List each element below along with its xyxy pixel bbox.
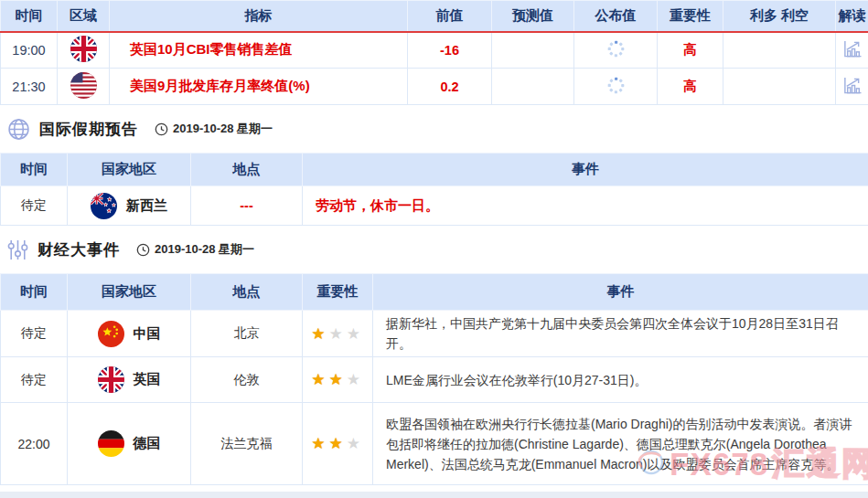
event-row: 待定英国伦敦★★★LME金属行业会议在伦敦举行(10月27-31日)。	[1, 357, 868, 403]
star-empty-icon: ★	[347, 435, 364, 452]
flag-nz-icon	[91, 193, 117, 219]
location: 法兰克福	[191, 403, 303, 485]
column-header: 预测值	[492, 1, 574, 32]
column-header: 地点	[191, 154, 303, 186]
event-time: 21:30	[1, 69, 58, 105]
column-header: 利多 利空	[723, 1, 836, 32]
event-row: 待定中国北京★★★据新华社，中国共产党第十九届中央委员会第四次全体会议于10月2…	[1, 311, 868, 357]
column-header: 事件	[303, 154, 868, 186]
sliders-icon	[7, 238, 28, 261]
previous-value: 0.2	[408, 69, 492, 105]
country-name: 中国	[134, 325, 161, 343]
interpret-chart-button[interactable]	[841, 76, 863, 95]
country-name: 新西兰	[126, 197, 167, 215]
holiday-section-title: 国际假期预告	[39, 119, 138, 140]
column-header: 事件	[373, 274, 868, 311]
star-empty-icon: ★	[347, 371, 364, 388]
importance-stars: ★★★	[303, 357, 373, 403]
flag-cn-icon	[98, 321, 124, 347]
location: 北京	[191, 311, 303, 357]
interpret-cell	[836, 69, 868, 105]
clock-icon	[136, 243, 150, 257]
event-description: 欧盟各国领袖在欧洲央行行长德拉基(Mario Draghi)的告别活动中发表演说…	[373, 403, 868, 485]
event-row: 22:00德国法兰克福★★★欧盟各国领袖在欧洲央行行长德拉基(Mario Dra…	[1, 403, 868, 485]
calendar-row: 19:00英国10月CBI零售销售差值-16高	[1, 32, 868, 69]
holiday-header-row: 时间国家地区地点事件	[1, 154, 868, 186]
importance-stars: ★★★	[303, 311, 373, 357]
event-description: LME金属行业会议在伦敦举行(10月27-31日)。	[373, 357, 868, 403]
forecast-value	[492, 32, 574, 69]
column-header: 时间	[1, 274, 68, 311]
indicator-name: 英国10月CBI零售销售差值	[110, 32, 408, 69]
column-header: 指标	[110, 1, 408, 32]
holiday-row: 待定新西兰---劳动节，休市一日。	[1, 186, 868, 226]
page-background-strip	[0, 492, 868, 498]
clock-icon	[155, 122, 168, 136]
star-empty-icon: ★	[328, 325, 346, 343]
economic-calendar-table: 时间区域指标前值预测值公布值重要性利多 利空解读 19:00英国10月CBI零售…	[0, 0, 868, 105]
event-time: 19:00	[1, 32, 58, 69]
column-header: 解读	[836, 1, 868, 32]
importance-level: 高	[658, 32, 723, 69]
star-filled-icon: ★	[311, 371, 328, 388]
event-time: 待定	[1, 186, 68, 226]
column-header: 重要性	[658, 1, 723, 32]
bull-bear-value	[723, 69, 836, 105]
forecast-value	[492, 69, 574, 105]
holiday-date-text: 2019-10-28 星期一	[173, 121, 273, 137]
holiday-section-date: 2019-10-28 星期一	[155, 121, 273, 137]
events-section-header: 财经大事件 2019-10-28 星期一	[0, 226, 868, 273]
flag-de-icon	[98, 430, 124, 457]
importance-stars: ★★★	[303, 403, 373, 485]
column-header: 国家地区	[68, 154, 191, 186]
importance-level: 高	[658, 69, 723, 105]
flag-us-icon	[70, 72, 97, 99]
star-empty-icon: ★	[347, 325, 364, 343]
events-section-date: 2019-10-28 星期一	[136, 241, 254, 258]
event-time: 待定	[1, 357, 68, 403]
loading-spinner-icon	[607, 40, 625, 58]
holiday-event-text: 劳动节，休市一日。	[303, 186, 868, 226]
indicator-name: 美国9月批发库存月率终值(%)	[110, 69, 408, 105]
column-header: 地点	[191, 274, 303, 311]
interpret-cell	[836, 32, 868, 69]
country-cell: 德国	[68, 403, 191, 485]
column-header: 重要性	[303, 274, 373, 311]
star-rating: ★★★	[311, 371, 364, 388]
published-value	[574, 32, 658, 69]
flag-uk-icon	[98, 366, 124, 393]
loading-spinner-icon	[607, 77, 625, 94]
star-rating: ★★★	[311, 435, 364, 452]
star-filled-icon: ★	[311, 435, 328, 452]
country-cell: 新西兰	[68, 186, 191, 226]
economic-calendar-page: 时间区域指标前值预测值公布值重要性利多 利空解读 19:00英国10月CBI零售…	[0, 0, 868, 498]
calendar-row: 21:30美国9月批发库存月率终值(%)0.2高	[1, 69, 868, 105]
holiday-section-header: 国际假期预告 2019-10-28 星期一	[0, 105, 868, 153]
column-header: 时间	[1, 154, 68, 186]
column-header: 区域	[58, 1, 110, 32]
events-date-text: 2019-10-28 星期一	[155, 241, 254, 258]
bull-bear-value	[723, 32, 836, 69]
published-value	[574, 69, 658, 105]
event-time: 22:00	[1, 403, 68, 485]
calendar-header-row: 时间区域指标前值预测值公布值重要性利多 利空解读	[1, 1, 868, 32]
previous-value: -16	[408, 32, 492, 69]
country-cell: 中国	[68, 311, 191, 357]
star-filled-icon: ★	[328, 435, 346, 452]
country-name: 英国	[134, 371, 161, 388]
region-flag-cell	[58, 32, 110, 69]
country-cell: 英国	[68, 357, 191, 403]
events-section-title: 财经大事件	[38, 239, 120, 260]
location: 伦敦	[191, 357, 303, 403]
column-header: 前值	[408, 1, 492, 32]
location: ---	[191, 186, 303, 226]
column-header: 时间	[1, 1, 58, 32]
star-filled-icon: ★	[328, 371, 346, 388]
interpret-chart-button[interactable]	[841, 39, 863, 58]
region-flag-cell	[58, 69, 110, 105]
star-rating: ★★★	[311, 325, 364, 343]
column-header: 公布值	[574, 1, 658, 32]
holiday-table: 时间国家地区地点事件 待定新西兰---劳动节，休市一日。	[0, 153, 868, 226]
column-header: 国家地区	[68, 274, 191, 311]
globe-icon	[7, 118, 30, 141]
